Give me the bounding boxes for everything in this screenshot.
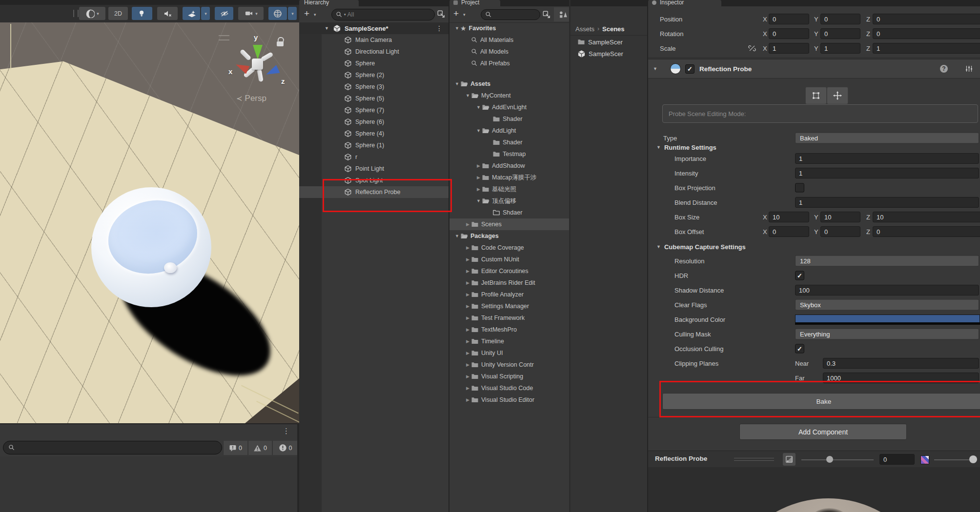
mip-slider-handle[interactable] (969, 455, 977, 463)
project-tree-item-unity-version-contr[interactable]: ▶ Unity Version Contr (449, 359, 569, 371)
add-object-button[interactable]: + (304, 8, 309, 19)
foldout-caret-icon[interactable]: ▼ (454, 26, 460, 31)
foldout-caret-icon[interactable]: ▶ (475, 163, 482, 168)
position-z-field[interactable]: 0 (873, 14, 980, 24)
project-search-input[interactable] (481, 9, 540, 20)
project-tree-item-all-prefabs[interactable]: All Prefabs (449, 58, 569, 69)
project-tree-item-code-coverage[interactable]: ▶ Code Coverage (449, 242, 569, 254)
lock-icon[interactable] (276, 37, 286, 48)
box-size-x-field[interactable]: 10 (769, 212, 809, 222)
project-tree-item-settings-manager[interactable]: ▶ Settings Manager (449, 300, 569, 312)
draw-mode-button[interactable]: ▾ (79, 7, 105, 20)
shadow-distance-field[interactable]: 100 (795, 285, 979, 295)
axis-z-cone[interactable] (264, 65, 280, 79)
foldout-caret-icon[interactable]: ▼ (475, 128, 482, 133)
scene-lighting-toggle[interactable] (132, 7, 152, 20)
section-header-cubemap-capture-settings[interactable]: ▼Cubemap Capture Settings (648, 241, 980, 253)
project-tree-item-matcap-[interactable]: ▶ Matcap薄膜干涉 (449, 172, 569, 183)
project-tree-item-timeline[interactable]: ▶ Timeline (449, 335, 569, 347)
hierarchy-item-sphere-4-[interactable]: Sphere (4) (299, 128, 449, 139)
project-tree-item-profile-analyzer[interactable]: ▶ Profile Analyzer (449, 289, 569, 300)
persp-label[interactable]: ≺ Persp (236, 94, 266, 103)
mip-color-icon[interactable] (920, 455, 929, 464)
project-tree-item-textmeshpro[interactable]: ▶ TextMeshPro (449, 324, 569, 335)
hdr-checkbox[interactable]: ✓ (795, 271, 804, 280)
intensity-field[interactable]: 1 (795, 168, 979, 178)
presets-icon[interactable] (964, 65, 973, 73)
culling-mask-dropdown[interactable]: Everything (795, 329, 979, 340)
box-size-z-field[interactable]: 10 (873, 212, 980, 222)
hierarchy-scene-root[interactable]: ▼ SampleScene* ⋮ (299, 22, 449, 34)
breadcrumb-current[interactable]: Scenes (602, 25, 625, 33)
project-tree-item-testmap[interactable]: Testmap (449, 148, 569, 160)
foldout-caret-icon[interactable]: ▶ (475, 187, 482, 192)
foldout-caret-icon[interactable]: ▶ (465, 280, 471, 285)
foldout-caret-icon[interactable]: ▶ (465, 362, 471, 367)
component-enabled-checkbox[interactable]: ✓ (685, 64, 694, 74)
foldout-caret-icon[interactable]: ▶ (465, 386, 471, 391)
hierarchy-item-sphere-2-[interactable]: Sphere (2) (299, 69, 449, 81)
foldout-caret-icon[interactable]: ▼ (454, 81, 460, 86)
create-asset-button[interactable]: + (453, 8, 459, 19)
foldout-caret-icon[interactable]: ▶ (465, 269, 471, 274)
scale-x-field[interactable]: 1 (769, 43, 809, 54)
hierarchy-item-sphere-1-[interactable]: Sphere (1) (299, 139, 449, 151)
exposure-slider-handle[interactable] (826, 456, 833, 463)
breadcrumb-root[interactable]: Assets (575, 25, 594, 33)
exposure-value-field[interactable]: 0 (879, 454, 915, 465)
hierarchy-item-sphere[interactable]: Sphere (299, 58, 449, 69)
occlusion-culling-checkbox[interactable]: ✓ (795, 344, 804, 354)
project-tree-item-shader[interactable]: Shader (449, 137, 569, 148)
scene-options-icon[interactable]: ⋮ (436, 24, 443, 32)
resolution-dropdown[interactable]: 128 (795, 256, 979, 267)
foldout-caret-icon[interactable]: ▼ (465, 93, 471, 98)
foldout-caret-icon[interactable]: ▶ (475, 175, 482, 180)
exposure-slider[interactable] (801, 459, 874, 460)
background-color-swatch[interactable] (795, 315, 980, 324)
project-tree-item-all-models[interactable]: All Models (449, 46, 569, 58)
foldout-caret-icon[interactable]: ▼ (656, 244, 661, 249)
project-tree-item--[interactable]: ▶ 基础光照 (449, 183, 569, 195)
hierarchy-item-point-light[interactable]: Point Light (299, 163, 449, 175)
project-tree-item-visual-studio-code[interactable]: ▶ Visual Studio Code (449, 382, 569, 394)
clear-flags-dropdown[interactable]: Skybox (795, 299, 979, 311)
rotation-z-field[interactable]: 0 (873, 28, 980, 39)
scene-visibility-toggle[interactable] (215, 7, 233, 20)
tab-inspector[interactable]: Inspector (648, 0, 721, 6)
console-error-count-button[interactable]: 0 (272, 441, 298, 455)
project-tree-item-mycontent[interactable]: ▼ MyContent (449, 90, 569, 101)
project-tree-item-jetbrains-rider-edit[interactable]: ▶ JetBrains Rider Edit (449, 277, 569, 289)
project-tree-item-unity-ui[interactable]: ▶ Unity UI (449, 347, 569, 359)
exposure-button[interactable] (783, 453, 796, 466)
project-tree-item-editor-coroutines[interactable]: ▶ Editor Coroutines (449, 265, 569, 277)
project-tree-item-shdaer[interactable]: Shdaer (449, 207, 569, 218)
add-object-dropdown[interactable]: ▾ (314, 12, 316, 17)
sphere-object[interactable] (91, 187, 211, 307)
box-size-y-field[interactable]: 10 (820, 212, 860, 222)
console-log-area[interactable] (0, 456, 297, 512)
project-tree-item-addevnlight[interactable]: ▼ AddEvnLight (449, 101, 569, 113)
importance-field[interactable]: 1 (795, 153, 979, 164)
reflection-probe-header[interactable]: ▼ ✓ Reflection Probe ? (648, 59, 980, 79)
scene-audio-toggle[interactable] (157, 7, 178, 20)
edit-bounding-volume-button[interactable] (805, 87, 827, 104)
toolbar-drag-handle[interactable] (73, 10, 79, 17)
rotation-x-field[interactable]: 0 (769, 28, 809, 39)
console-search-input[interactable] (3, 441, 222, 454)
camera-settings-button[interactable]: ▾ (238, 7, 264, 20)
asset-picker-icon[interactable] (542, 10, 551, 19)
rotation-y-field[interactable]: 0 (820, 28, 860, 39)
hierarchy-item-r[interactable]: r (299, 151, 449, 163)
gizmos-toggle[interactable] (268, 7, 287, 20)
project-tree-item-visual-scripting[interactable]: ▶ Visual Scripting (449, 371, 569, 382)
help-icon[interactable]: ? (940, 65, 948, 73)
foldout-caret-icon[interactable]: ▶ (465, 327, 471, 332)
project-tree-item-addshadow[interactable]: ▶ AddShadow (449, 160, 569, 172)
project-tree-item-scenes[interactable]: ▶ Scenes (449, 218, 569, 230)
box-offset-x-field[interactable]: 0 (769, 226, 809, 237)
hierarchy-item-sphere-7-[interactable]: Sphere (7) (299, 104, 449, 116)
foldout-caret-icon[interactable]: ▶ (465, 257, 471, 262)
foldout-caret-icon[interactable]: ▼ (475, 105, 482, 110)
foldout-caret-icon[interactable]: ▶ (465, 351, 471, 355)
scene-picker-icon[interactable] (437, 10, 446, 19)
